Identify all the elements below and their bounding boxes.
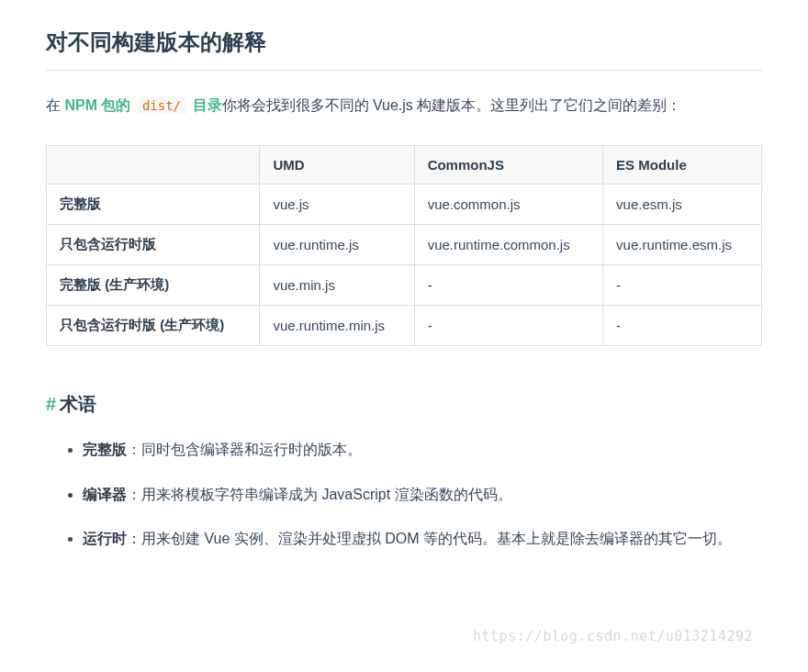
npm-link-1[interactable]: NPM 包的 bbox=[64, 97, 130, 113]
terms-list: 完整版：同时包含编译器和运行时的版本。 编译器：用来将模板字符串编译成为 Jav… bbox=[46, 437, 762, 553]
table-cell: - bbox=[414, 305, 602, 345]
term-desc: ：同时包含编译器和运行时的版本。 bbox=[127, 442, 362, 457]
table-cell: vue.common.js bbox=[414, 184, 602, 224]
npm-link-2[interactable]: 目录 bbox=[193, 97, 222, 113]
col-header-commonjs: CommonJS bbox=[414, 145, 602, 184]
table-header-row: UMD CommonJS ES Module bbox=[47, 145, 762, 184]
table-cell: - bbox=[603, 264, 762, 305]
list-item: 编译器：用来将模板字符串编译成为 JavaScript 渲染函数的代码。 bbox=[83, 482, 762, 509]
col-header-esmodule: ES Module bbox=[603, 145, 762, 184]
row-label: 完整版 (生产环境) bbox=[47, 264, 260, 305]
table-cell: vue.runtime.min.js bbox=[260, 305, 414, 345]
table-cell: vue.runtime.js bbox=[260, 224, 414, 264]
intro-pre: 在 bbox=[46, 97, 64, 113]
dist-code: dist/ bbox=[137, 96, 186, 115]
page-heading: 对不同构建版本的解释 bbox=[46, 28, 762, 71]
col-header-umd: UMD bbox=[260, 145, 414, 184]
col-header-blank bbox=[47, 145, 260, 184]
row-label: 只包含运行时版 (生产环境) bbox=[47, 305, 260, 345]
hash-anchor-icon[interactable]: # bbox=[46, 394, 56, 414]
row-label: 完整版 bbox=[47, 184, 260, 224]
table-cell: vue.runtime.common.js bbox=[414, 224, 602, 264]
builds-table: UMD CommonJS ES Module 完整版 vue.js vue.co… bbox=[46, 145, 762, 346]
row-label: 只包含运行时版 bbox=[47, 224, 260, 264]
table-cell: - bbox=[603, 305, 762, 345]
term-desc: ：用来创建 Vue 实例、渲染并处理虚拟 DOM 等的代码。基本上就是除去编译器… bbox=[127, 531, 732, 546]
table-cell: vue.esm.js bbox=[603, 184, 762, 224]
table-cell: - bbox=[414, 264, 602, 305]
table-row: 只包含运行时版 vue.runtime.js vue.runtime.commo… bbox=[47, 224, 762, 264]
term-desc: ：用来将模板字符串编译成为 JavaScript 渲染函数的代码。 bbox=[127, 487, 512, 502]
intro-paragraph: 在 NPM 包的 dist/ 目录你将会找到很多不同的 Vue.js 构建版本。… bbox=[46, 93, 762, 119]
intro-post: 你将会找到很多不同的 Vue.js 构建版本。这里列出了它们之间的差别： bbox=[222, 97, 682, 113]
term-name: 运行时 bbox=[83, 531, 127, 546]
term-name: 完整版 bbox=[83, 442, 127, 457]
table-row: 只包含运行时版 (生产环境) vue.runtime.min.js - - bbox=[47, 305, 762, 345]
list-item: 运行时：用来创建 Vue 实例、渲染并处理虚拟 DOM 等的代码。基本上就是除去… bbox=[83, 526, 762, 553]
term-name: 编译器 bbox=[83, 487, 127, 502]
list-item: 完整版：同时包含编译器和运行时的版本。 bbox=[83, 437, 762, 464]
section-terminology: #术语 bbox=[46, 392, 762, 417]
table-cell: vue.js bbox=[260, 184, 414, 224]
section-title-text: 术语 bbox=[60, 394, 96, 414]
table-row: 完整版 vue.js vue.common.js vue.esm.js bbox=[47, 184, 762, 224]
table-cell: vue.runtime.esm.js bbox=[603, 224, 762, 264]
table-row: 完整版 (生产环境) vue.min.js - - bbox=[47, 264, 762, 305]
table-cell: vue.min.js bbox=[260, 264, 414, 305]
